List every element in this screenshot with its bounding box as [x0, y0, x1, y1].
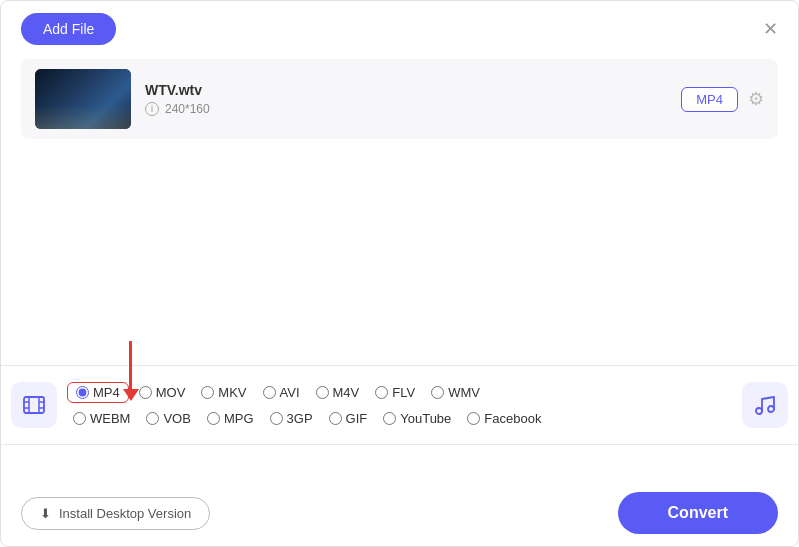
format-option-mov[interactable]: MOV: [133, 383, 192, 402]
format-option-vob[interactable]: VOB: [140, 409, 196, 428]
install-label: Install Desktop Version: [59, 506, 191, 521]
format-label-mp4: MP4: [93, 385, 120, 400]
format-option-gif[interactable]: GIF: [323, 409, 374, 428]
settings-icon[interactable]: ⚙: [748, 88, 764, 110]
file-resolution: 240*160: [165, 102, 210, 116]
format-option-flv[interactable]: FLV: [369, 383, 421, 402]
thumbnail-image: [35, 69, 131, 129]
format-label-mov: MOV: [156, 385, 186, 400]
format-label-m4v: M4V: [333, 385, 360, 400]
radio-youtube[interactable]: [383, 412, 396, 425]
format-row-2: WEBM VOB MPG 3GP GIF YouTube: [67, 409, 734, 428]
arrow-down-icon: [129, 341, 132, 391]
format-label-vob: VOB: [163, 411, 190, 426]
format-option-mpg[interactable]: MPG: [201, 409, 260, 428]
format-label-wmv: WMV: [448, 385, 480, 400]
format-label-3gp: 3GP: [287, 411, 313, 426]
format-options: MP4 MOV MKV AVI M4V FLV: [67, 382, 734, 428]
radio-3gp[interactable]: [270, 412, 283, 425]
radio-facebook[interactable]: [467, 412, 480, 425]
format-bar: MP4 MOV MKV AVI M4V FLV: [1, 365, 798, 445]
info-icon: i: [145, 102, 159, 116]
radio-webm[interactable]: [73, 412, 86, 425]
install-desktop-button[interactable]: ⬇ Install Desktop Version: [21, 497, 210, 530]
middle-area: [1, 145, 798, 365]
file-meta: i 240*160: [145, 102, 667, 116]
format-label-gif: GIF: [346, 411, 368, 426]
format-label-webm: WEBM: [90, 411, 130, 426]
format-option-3gp[interactable]: 3GP: [264, 409, 319, 428]
radio-m4v[interactable]: [316, 386, 329, 399]
svg-point-7: [756, 408, 762, 414]
radio-mov[interactable]: [139, 386, 152, 399]
format-label-facebook: Facebook: [484, 411, 541, 426]
file-thumbnail: [35, 69, 131, 129]
close-button[interactable]: ✕: [763, 20, 778, 38]
format-option-mp4[interactable]: MP4: [67, 382, 129, 403]
film-icon: [22, 393, 46, 417]
file-list: WTV.wtv i 240*160 MP4 ⚙: [1, 53, 798, 145]
radio-gif[interactable]: [329, 412, 342, 425]
radio-flv[interactable]: [375, 386, 388, 399]
footer: ⬇ Install Desktop Version Convert: [1, 480, 798, 546]
convert-button[interactable]: Convert: [618, 492, 778, 534]
header: Add File ✕: [1, 1, 798, 53]
format-badge[interactable]: MP4: [681, 87, 738, 112]
music-format-section[interactable]: [742, 382, 788, 428]
format-label-flv: FLV: [392, 385, 415, 400]
svg-rect-0: [24, 397, 44, 413]
format-option-youtube[interactable]: YouTube: [377, 409, 457, 428]
format-row-1: MP4 MOV MKV AVI M4V FLV: [67, 382, 734, 403]
file-item: WTV.wtv i 240*160 MP4 ⚙: [21, 59, 778, 139]
format-option-wmv[interactable]: WMV: [425, 383, 486, 402]
radio-mkv[interactable]: [201, 386, 214, 399]
download-icon: ⬇: [40, 506, 51, 521]
arrow-indicator: [129, 341, 132, 391]
format-option-facebook[interactable]: Facebook: [461, 409, 547, 428]
radio-vob[interactable]: [146, 412, 159, 425]
video-format-icon[interactable]: [11, 382, 57, 428]
format-option-webm[interactable]: WEBM: [67, 409, 136, 428]
file-info: WTV.wtv i 240*160: [145, 82, 667, 116]
radio-avi[interactable]: [263, 386, 276, 399]
radio-mp4[interactable]: [76, 386, 89, 399]
radio-mpg[interactable]: [207, 412, 220, 425]
format-option-avi[interactable]: AVI: [257, 383, 306, 402]
format-label-youtube: YouTube: [400, 411, 451, 426]
format-option-m4v[interactable]: M4V: [310, 383, 366, 402]
format-label-mpg: MPG: [224, 411, 254, 426]
radio-wmv[interactable]: [431, 386, 444, 399]
format-option-mkv[interactable]: MKV: [195, 383, 252, 402]
music-icon: [753, 393, 777, 417]
add-file-button[interactable]: Add File: [21, 13, 116, 45]
file-actions: MP4 ⚙: [681, 87, 764, 112]
format-label-avi: AVI: [280, 385, 300, 400]
format-label-mkv: MKV: [218, 385, 246, 400]
file-name: WTV.wtv: [145, 82, 667, 98]
